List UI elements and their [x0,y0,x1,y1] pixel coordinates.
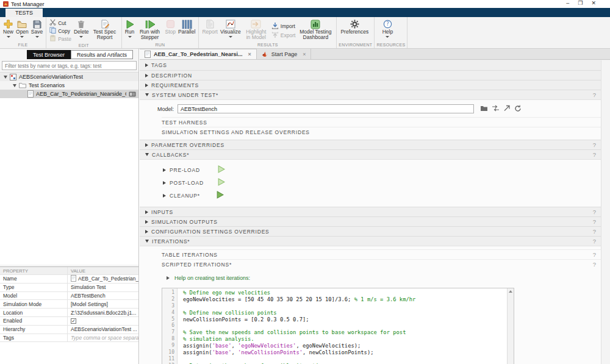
copy-button[interactable]: Copy [48,27,73,35]
section-simulation-settings[interactable]: SIMULATION SETTINGS AND RELEASE OVERRIDE… [162,127,601,137]
tree-item-root[interactable]: AEBScenarioVariationTest [0,73,138,81]
filter-tests-input[interactable] [2,61,137,70]
test-file-icon [27,90,34,98]
help-icon[interactable]: ? [593,209,596,215]
code-lines[interactable]: 1% Define ego new velocities2egoNewVeloc… [162,290,507,364]
tree-item-test-selected[interactable]: AEB_Car_To_Pedestrian_Nearside_Child [0,90,138,98]
section-cleanup[interactable]: CLEANUP* [163,189,601,202]
open-caret[interactable] [20,36,24,38]
help-icon[interactable]: ? [593,228,596,235]
highlight-in-model-button: Highlight in Model [242,18,270,42]
section-post-load[interactable]: POST-LOAD [163,176,601,189]
open-model-icon[interactable] [503,105,511,113]
main-scrollbar-track[interactable] [601,60,610,364]
cut-button[interactable]: Cut [48,19,73,27]
report-icon [206,19,214,29]
parallel-button[interactable]: Parallel [177,18,196,42]
stop-icon [166,19,175,29]
save-button[interactable]: Save [30,18,44,42]
visualize-caret[interactable] [229,36,232,38]
ribbon-group-file: New Open Save FILE [0,17,46,48]
run-cleanup-icon[interactable] [216,191,224,200]
section-requirements[interactable]: REQUIREMENTS [140,80,601,90]
help-icon[interactable]: ? [593,261,596,268]
section-pre-load[interactable]: PRE-LOAD [163,163,601,176]
window-title: Test Manager [11,1,45,7]
section-callbacks[interactable]: CALLBACKS*? [140,149,601,159]
help-on-iterations-link[interactable]: Help on creating test iterations: [167,273,601,284]
section-test-harness[interactable]: TEST HARNESS [162,117,601,127]
section-simulation-outputs[interactable]: SIMULATION OUTPUTS? [140,216,601,226]
run-caret[interactable] [128,36,132,38]
create-harness-icon[interactable] [492,105,500,113]
tags-input[interactable]: Type comma or space separa [67,334,138,342]
section-iterations[interactable]: ITERATIONS*? [140,236,601,246]
scripted-iterations-editor[interactable]: 1% Define ego new velocities2egoNewVeloc… [162,288,514,364]
close-tab-icon[interactable]: × [303,51,306,57]
tab-test-browser[interactable]: Test Browser [27,50,71,59]
property-column-header: PROPERTY [0,267,67,274]
visualize-button[interactable]: Visualize [219,18,242,42]
section-parameter-overrides[interactable]: PARAMETER OVERRIDES? [140,140,601,149]
title-bar: Test Manager – ❐ ✕ [0,0,610,8]
collapse-caret[interactable] [4,76,7,79]
delete-caret[interactable] [79,36,83,38]
help-icon[interactable]: ? [593,151,596,158]
delete-button[interactable]: Delete [73,18,90,43]
run-postload-icon[interactable] [217,178,225,187]
new-caret[interactable] [7,36,10,38]
run-button[interactable]: Run [124,18,136,42]
model-testing-dashboard-button[interactable]: Model Testing Dashboard [296,18,334,42]
help-button[interactable]: ? Help [376,18,398,42]
model-input[interactable] [178,104,474,113]
help-icon[interactable]: ? [593,141,596,148]
test-file-icon [71,275,76,283]
close-button[interactable]: ✕ [591,0,596,6]
run-with-stepper-button[interactable]: Run with Stepper [136,18,164,42]
model-testing-dashboard-icon [310,19,320,29]
highlight-in-model-label: Highlight in Model [243,29,269,40]
tab-tests[interactable]: TESTS [5,9,43,17]
browse-model-icon[interactable] [480,105,488,113]
help-caret[interactable] [386,36,389,38]
editor-scrollbar[interactable] [507,288,514,364]
refresh-icon[interactable] [514,105,522,113]
new-button[interactable]: New [2,18,15,42]
tab-label: Start Page [271,51,298,57]
section-description[interactable]: DESCRIPTION [140,70,601,80]
help-icon[interactable]: ? [593,91,596,98]
open-button[interactable]: Open [15,18,30,42]
ribbon-toolbar: New Open Save FILE Cut Copy Paste Delete [0,17,610,49]
help-icon[interactable]: ? [593,238,596,244]
run-preload-icon[interactable] [217,165,225,174]
tab-test-document[interactable]: AEB_Car_To_Pedestrian_Nearsi... × [140,49,257,59]
section-table-iterations[interactable]: TABLE ITERATIONS? [162,249,601,259]
section-tags[interactable]: TAGS [140,60,601,70]
help-icon[interactable]: ? [593,251,596,258]
section-scripted-iterations[interactable]: SCRIPTED ITERATIONS*? [162,259,601,269]
results-group-label: RESULTS [201,42,334,48]
export-button: Export [270,31,297,39]
help-icon[interactable]: ? [593,218,596,225]
tree-item-folder[interactable]: Test Scenarios [0,81,138,90]
maximize-button[interactable]: ❐ [578,0,583,6]
collapse-caret[interactable] [13,84,16,87]
enabled-checkbox[interactable]: ✓ [71,318,76,324]
ribbon-group-run: Run Run with Stepper Stop Parallel RUN [122,17,199,48]
import-button[interactable]: Import [270,22,297,30]
callbacks-body: PRE-LOAD POST-LOAD CLEANUP* [140,159,601,207]
svg-text:?: ? [386,21,389,27]
preferences-button[interactable]: Preferences [339,18,370,42]
section-configuration-settings-overrides[interactable]: CONFIGURATION SETTINGS OVERRIDES? [140,226,601,236]
paste-icon [49,35,56,43]
gear-icon [350,19,359,29]
save-caret[interactable] [35,36,39,38]
tab-start-page[interactable]: Start Page × [257,49,312,59]
tab-results-and-artifacts[interactable]: Results and Artifacts [71,50,133,59]
test-spec-report-button[interactable]: Test Spec Report [90,18,120,43]
section-system-under-test[interactable]: SYSTEM UNDER TEST*? [140,90,601,99]
minimize-button[interactable]: – [566,0,569,6]
file-group-label: FILE [2,42,44,48]
close-tab-icon[interactable]: × [248,51,251,57]
section-inputs[interactable]: INPUTS? [140,207,601,216]
